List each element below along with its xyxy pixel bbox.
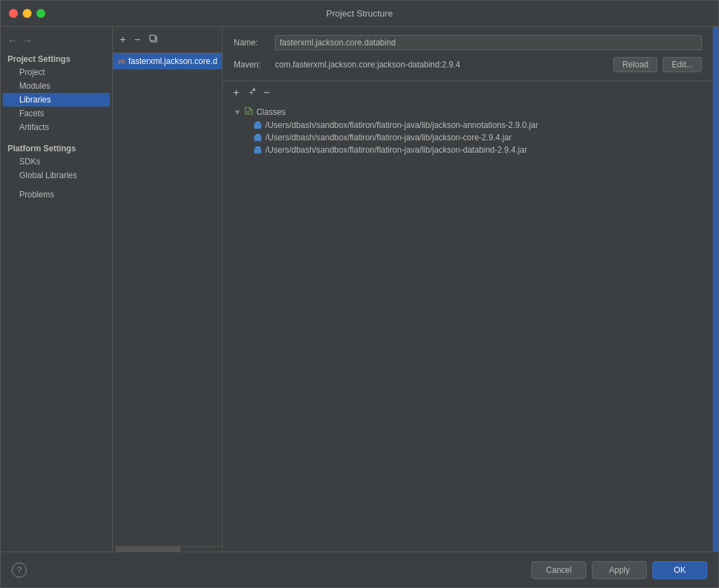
reload-button[interactable]: Reload (613, 57, 657, 72)
remove-library-button[interactable]: − (131, 33, 143, 47)
tree-child-0: /Users/dbash/sandbox/flatiron/flatiron-j… (250, 119, 705, 131)
ok-button[interactable]: OK (652, 561, 707, 579)
maximize-button[interactable] (36, 9, 45, 18)
tree-child-1: /Users/dbash/sandbox/flatiron/flatiron-j… (250, 131, 705, 144)
sidebar: ← → Project Settings Project Modules Lib… (1, 27, 113, 552)
forward-icon[interactable]: → (21, 34, 34, 47)
sidebar-item-modules[interactable]: Modules (3, 79, 110, 93)
bottom-left: ? (12, 563, 27, 578)
file-label-1: /Users/dbash/sandbox/flatiron/flatiron-j… (265, 133, 511, 142)
platform-settings-label: Platform Settings (1, 140, 112, 155)
tree-remove-button[interactable]: − (261, 87, 272, 99)
bottom-bar: ? Cancel Apply OK (1, 552, 718, 587)
copy-library-button[interactable] (146, 33, 162, 47)
name-label: Name: (234, 38, 268, 47)
library-item-name: fasterxml.jackson.core.d (129, 56, 217, 66)
classes-tree-node: ▼ Classes (231, 105, 705, 119)
lib-toolbar: + − (113, 27, 222, 53)
tree-children: /Users/dbash/sandbox/flatiron/flatiron-j… (250, 119, 705, 156)
sidebar-item-artifacts[interactable]: Artifacts (3, 120, 110, 134)
help-button[interactable]: ? (12, 563, 27, 578)
nav-row: ← → (1, 32, 112, 49)
svg-rect-11 (256, 146, 260, 149)
sidebar-item-facets[interactable]: Facets (3, 107, 110, 120)
tree-child-2: /Users/dbash/sandbox/flatiron/flatiron-j… (250, 144, 705, 156)
tree-add-alt-button[interactable]: +▲ (247, 86, 256, 98)
maven-label: Maven: (234, 60, 268, 69)
jar-icon-1 (253, 133, 263, 142)
cancel-button[interactable]: Cancel (531, 561, 586, 579)
dialog-title: Project Structure (327, 8, 393, 19)
minimize-button[interactable] (23, 9, 32, 18)
name-input[interactable] (275, 35, 702, 50)
tree-add-button[interactable]: + (231, 87, 241, 99)
sidebar-item-global-libraries[interactable]: Global Libraries (3, 168, 110, 182)
classes-tree-icon (244, 106, 254, 118)
header-buttons: Reload Edit... (613, 57, 702, 72)
classes-area: + +▲ − ▼ (223, 81, 713, 552)
library-list-item[interactable]: m fasterxml.jackson.core.d (113, 53, 222, 69)
sidebar-item-problems[interactable]: Problems (3, 188, 110, 202)
title-bar: Project Structure (1, 1, 718, 27)
close-button[interactable] (9, 9, 18, 18)
apply-button[interactable]: Apply (592, 561, 647, 579)
maven-row: Maven: com.fasterxml.jackson.core:jackso… (234, 57, 702, 72)
sidebar-item-libraries[interactable]: Libraries (3, 93, 110, 107)
dialog-body: ← → Project Settings Project Modules Lib… (1, 27, 718, 552)
right-accent-bar (713, 27, 718, 552)
back-icon[interactable]: ← (6, 34, 19, 47)
horizontal-scrollbar[interactable] (115, 547, 181, 552)
window-controls (9, 9, 45, 18)
name-row: Name: (234, 35, 702, 50)
sidebar-item-sdks[interactable]: SDKs (3, 155, 110, 168)
library-list: m fasterxml.jackson.core.d (113, 53, 222, 546)
main-content: Name: Maven: com.fasterxml.jackson.core:… (223, 27, 713, 552)
sidebar-item-project[interactable]: Project (3, 65, 110, 79)
maven-value: com.fasterxml.jackson.core:jackson-datab… (275, 60, 599, 69)
tree-chevron-icon[interactable]: ▼ (234, 108, 241, 116)
maven-icon: m (118, 57, 125, 65)
tree-toolbar: + +▲ − (231, 87, 705, 99)
library-list-panel: + − m fasterxml.jackson.core.d (113, 27, 223, 552)
add-library-button[interactable]: + (117, 33, 129, 47)
svg-rect-8 (256, 134, 260, 136)
edit-button[interactable]: Edit... (663, 57, 702, 72)
project-settings-label: Project Settings (1, 50, 112, 65)
classes-label: Classes (256, 107, 286, 117)
jar-icon-0 (253, 120, 263, 130)
jar-icon-2 (253, 145, 263, 155)
project-structure-dialog: Project Structure ← → Project Settings P… (0, 0, 719, 588)
svg-rect-5 (256, 122, 260, 124)
main-header: Name: Maven: com.fasterxml.jackson.core:… (223, 27, 713, 81)
bottom-right: Cancel Apply OK (531, 561, 707, 579)
svg-rect-1 (150, 35, 155, 41)
file-label-2: /Users/dbash/sandbox/flatiron/flatiron-j… (265, 145, 527, 155)
file-label-0: /Users/dbash/sandbox/flatiron/flatiron-j… (265, 120, 538, 130)
scrollbar-area (113, 546, 222, 552)
